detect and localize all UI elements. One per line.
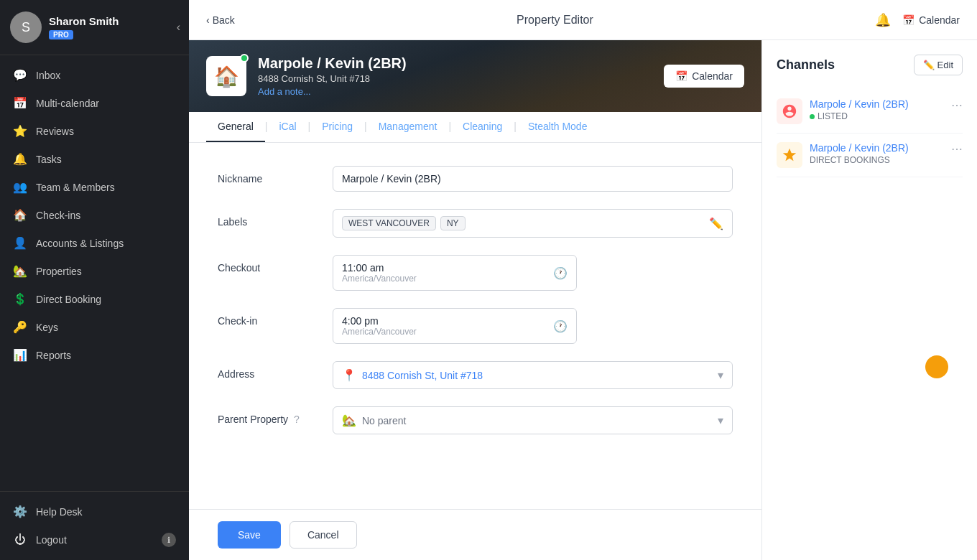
nickname-row: Nickname bbox=[218, 166, 733, 192]
checkout-time-selector[interactable]: 11:00 am America/Vancouver 🕐 bbox=[333, 255, 577, 291]
tab-cleaning[interactable]: Cleaning bbox=[451, 112, 514, 142]
properties-icon: 🏡 bbox=[13, 264, 27, 278]
sidebar-item-direct-booking[interactable]: 💲 Direct Booking bbox=[0, 285, 189, 313]
sidebar-toggle[interactable]: ‹ bbox=[177, 21, 180, 34]
save-button[interactable]: Save bbox=[218, 521, 281, 549]
tab-stealth[interactable]: Stealth Mode bbox=[517, 112, 599, 142]
direct-channel-info: Marpole / Kevin (2BR) DIRECT BOOKINGS bbox=[810, 142, 944, 165]
chevron-down-icon: ▾ bbox=[718, 414, 723, 427]
sidebar-item-tasks[interactable]: 🔔 Tasks bbox=[0, 145, 189, 173]
direct-status-label: DIRECT BOOKINGS bbox=[810, 155, 890, 165]
sidebar-item-properties[interactable]: 🏡 Properties bbox=[0, 257, 189, 285]
checkin-row: Check-in 4:00 pm America/Vancouver 🕐 bbox=[218, 308, 733, 344]
property-details: Marpole / Kevin (2BR) 8488 Cornish St, U… bbox=[258, 55, 652, 97]
checkout-timezone: America/Vancouver bbox=[342, 274, 417, 284]
reports-icon: 📊 bbox=[13, 348, 27, 362]
checkin-timezone: America/Vancouver bbox=[342, 327, 417, 337]
sidebar-item-accounts[interactable]: 👤 Accounts & Listings bbox=[0, 229, 189, 257]
calendar-button[interactable]: 📅 Calendar bbox=[902, 14, 960, 26]
hero-calendar-button[interactable]: 📅 Calendar bbox=[664, 65, 744, 88]
checkin-icon: 🏠 bbox=[13, 208, 27, 222]
channels-title: Channels bbox=[777, 57, 835, 73]
tab-management[interactable]: Management bbox=[367, 112, 449, 142]
labels-container[interactable]: WEST VANCOUVER NY ✏️ bbox=[333, 209, 733, 238]
calendar-label: Calendar bbox=[919, 14, 960, 26]
channel-more-menu-icon[interactable]: ⋯ bbox=[951, 142, 963, 156]
sidebar-item-keys[interactable]: 🔑 Keys bbox=[0, 313, 189, 341]
checkin-time-selector[interactable]: 4:00 pm America/Vancouver 🕐 bbox=[333, 308, 577, 344]
inbox-icon: 💬 bbox=[13, 68, 27, 82]
address-row: Address 📍 8488 Cornish St, Unit #718 ▾ bbox=[218, 361, 733, 389]
home-icon: 🏡 bbox=[342, 414, 356, 427]
checkout-field: 11:00 am America/Vancouver 🕐 bbox=[333, 255, 733, 291]
direct-channel-name[interactable]: Marpole / Kevin (2BR) bbox=[810, 142, 944, 154]
direct-booking-icon: 💲 bbox=[13, 292, 27, 306]
main-content: ‹ Back Property Editor 🔔 📅 Calendar 🏠 bbox=[189, 0, 977, 560]
sidebar-item-help[interactable]: ⚙️ Help Desk bbox=[0, 498, 189, 526]
clock-icon: 🕐 bbox=[553, 319, 568, 333]
parent-property-help-icon[interactable]: ? bbox=[294, 414, 300, 425]
property-hero: 🏠 Marpole / Kevin (2BR) 8488 Cornish St,… bbox=[189, 40, 761, 112]
sidebar-footer: ⚙️ Help Desk ⏻ Logout ℹ bbox=[0, 491, 189, 560]
logout-icon: ⏻ bbox=[13, 533, 27, 546]
back-button[interactable]: ‹ Back bbox=[206, 14, 235, 26]
direct-channel-status: DIRECT BOOKINGS bbox=[810, 155, 944, 165]
property-status-dot bbox=[240, 54, 249, 62]
airbnb-logo bbox=[777, 98, 802, 124]
sidebar-item-inbox[interactable]: 💬 Inbox bbox=[0, 61, 189, 89]
airbnb-status-label: LISTED bbox=[818, 111, 848, 121]
user-info: Sharon Smith PRO bbox=[49, 15, 119, 40]
parent-property-selector[interactable]: 🏡 No parent ▾ bbox=[333, 406, 733, 434]
parent-property-value: No parent bbox=[362, 415, 406, 426]
sidebar-item-reports[interactable]: 📊 Reports bbox=[0, 341, 189, 369]
nickname-input[interactable] bbox=[333, 166, 733, 192]
checkin-field: 4:00 pm America/Vancouver 🕐 bbox=[333, 308, 733, 344]
chevron-down-icon: ▾ bbox=[718, 368, 723, 382]
notification-bell-icon[interactable]: 🔔 bbox=[875, 12, 891, 28]
sidebar-item-label: Properties bbox=[36, 266, 82, 277]
airbnb-channel-name[interactable]: Marpole / Kevin (2BR) bbox=[810, 98, 944, 110]
labels-label: Labels bbox=[218, 209, 333, 228]
sidebar-item-label: Direct Booking bbox=[36, 294, 101, 305]
tab-general[interactable]: General bbox=[206, 112, 265, 142]
property-editor: 🏠 Marpole / Kevin (2BR) 8488 Cornish St,… bbox=[189, 40, 761, 560]
sidebar-item-label: Reviews bbox=[36, 126, 74, 137]
address-label: Address bbox=[218, 361, 333, 380]
checkin-label: Check-in bbox=[218, 308, 333, 327]
labels-row: Labels WEST VANCOUVER NY ✏️ bbox=[218, 209, 733, 238]
direct-booking-logo bbox=[777, 142, 802, 168]
labels-edit-icon[interactable]: ✏️ bbox=[709, 217, 723, 230]
sidebar-item-reviews[interactable]: ⭐ Reviews bbox=[0, 117, 189, 145]
content-area: 🏠 Marpole / Kevin (2BR) 8488 Cornish St,… bbox=[189, 40, 977, 560]
property-note-link[interactable]: Add a note... bbox=[258, 86, 652, 97]
channels-header: Channels ✏️ Edit bbox=[777, 55, 963, 75]
address-field: 📍 8488 Cornish St, Unit #718 ▾ bbox=[333, 361, 733, 389]
address-selector[interactable]: 📍 8488 Cornish St, Unit #718 ▾ bbox=[333, 361, 733, 389]
team-icon: 👥 bbox=[13, 180, 27, 194]
channel-item-direct: Marpole / Kevin (2BR) DIRECT BOOKINGS ⋯ bbox=[777, 134, 963, 177]
sidebar-item-multi-calendar[interactable]: 📅 Multi-calendar bbox=[0, 89, 189, 117]
airbnb-channel-info: Marpole / Kevin (2BR) LISTED bbox=[810, 98, 944, 121]
sidebar-item-team[interactable]: 👥 Team & Members bbox=[0, 173, 189, 201]
clock-icon: 🕐 bbox=[553, 266, 568, 280]
channels-edit-button[interactable]: ✏️ Edit bbox=[914, 55, 963, 75]
user-name: Sharon Smith bbox=[49, 15, 119, 27]
svg-marker-0 bbox=[783, 149, 796, 161]
sidebar-item-checkins[interactable]: 🏠 Check-ins bbox=[0, 201, 189, 229]
sidebar-item-label: Tasks bbox=[36, 154, 62, 165]
property-home-icon: 🏠 bbox=[214, 65, 239, 88]
pro-badge: PRO bbox=[49, 30, 73, 39]
tab-pricing[interactable]: Pricing bbox=[310, 112, 364, 142]
parent-property-row: Parent Property ? 🏡 No parent ▾ bbox=[218, 406, 733, 434]
checkout-time: 11:00 am bbox=[342, 262, 417, 274]
tab-ical[interactable]: iCal bbox=[267, 112, 307, 142]
airbnb-channel-status: LISTED bbox=[810, 111, 944, 121]
cancel-button[interactable]: Cancel bbox=[290, 521, 357, 549]
sidebar-item-logout[interactable]: ⏻ Logout ℹ bbox=[0, 526, 189, 554]
tabs-bar: General | iCal | Pricing | Management | … bbox=[189, 112, 761, 143]
accounts-icon: 👤 bbox=[13, 236, 27, 250]
keys-icon: 🔑 bbox=[13, 320, 27, 334]
sidebar-item-label: Help Desk bbox=[36, 506, 83, 518]
channel-more-menu-icon[interactable]: ⋯ bbox=[951, 98, 963, 112]
sidebar-nav: 💬 Inbox 📅 Multi-calendar ⭐ Reviews 🔔 Tas… bbox=[0, 55, 189, 491]
